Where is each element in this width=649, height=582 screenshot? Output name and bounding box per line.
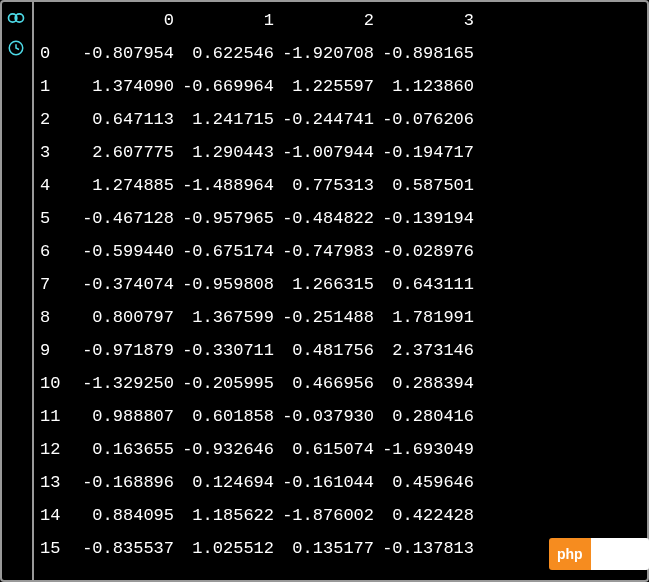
- table-row: 10-1.329250-0.205995 0.466956 0.288394: [40, 367, 645, 400]
- cell-value: -0.835537: [74, 532, 174, 565]
- cell-value: 0.884095: [74, 499, 174, 532]
- cell-value: 2.607775: [74, 136, 174, 169]
- dataframe-output: . 0 1 2 3 0-0.807954 0.622546-1.920708-0…: [40, 4, 645, 578]
- cell-value: 0.466956: [274, 367, 374, 400]
- watermark-label: php: [549, 538, 591, 570]
- cell-value: 1.274885: [74, 169, 174, 202]
- row-index: 0: [40, 37, 74, 70]
- table-row: 3 2.607775 1.290443-1.007944-0.194717: [40, 136, 645, 169]
- cell-value: 0.459646: [374, 466, 474, 499]
- table-row: 12 0.163655-0.932646 0.615074-1.693049: [40, 433, 645, 466]
- cell-value: 1.374090: [74, 70, 174, 103]
- table-row: 4 1.274885-1.488964 0.775313 0.587501: [40, 169, 645, 202]
- table-row: 9-0.971879-0.330711 0.481756 2.373146: [40, 334, 645, 367]
- row-index: 7: [40, 268, 74, 301]
- cell-value: -0.244741: [274, 103, 374, 136]
- cell-value: 0.587501: [374, 169, 474, 202]
- php-watermark: php: [549, 538, 649, 570]
- cell-value: 0.280416: [374, 400, 474, 433]
- cell-value: 1.290443: [174, 136, 274, 169]
- cell-value: 0.163655: [74, 433, 174, 466]
- cell-value: -0.971879: [74, 334, 174, 367]
- cell-value: -0.139194: [374, 202, 474, 235]
- cell-value: 1.266315: [274, 268, 374, 301]
- table-row: 0-0.807954 0.622546-1.920708-0.898165: [40, 37, 645, 70]
- column-header: 3: [374, 4, 474, 37]
- cell-value: 1.185622: [174, 499, 274, 532]
- cell-value: 1.781991: [374, 301, 474, 334]
- table-row: 8 0.800797 1.367599-0.251488 1.781991: [40, 301, 645, 334]
- cell-value: 0.422428: [374, 499, 474, 532]
- cell-value: -0.137813: [374, 532, 474, 565]
- row-index: 1: [40, 70, 74, 103]
- cell-value: -0.959808: [174, 268, 274, 301]
- cell-value: -1.693049: [374, 433, 474, 466]
- cell-value: 2.373146: [374, 334, 474, 367]
- cell-value: 1.241715: [174, 103, 274, 136]
- watermark-blank: [591, 538, 649, 570]
- row-index: 3: [40, 136, 74, 169]
- table-row: 2 0.647113 1.241715-0.244741-0.076206: [40, 103, 645, 136]
- table-row: 6-0.599440-0.675174-0.747983-0.028976: [40, 235, 645, 268]
- column-header-row: . 0 1 2 3: [40, 4, 645, 37]
- cell-value: -0.168896: [74, 466, 174, 499]
- row-index: 13: [40, 466, 74, 499]
- cell-value: -0.076206: [374, 103, 474, 136]
- cell-value: -0.599440: [74, 235, 174, 268]
- table-row: 14 0.884095 1.185622-1.876002 0.422428: [40, 499, 645, 532]
- variables-icon[interactable]: [6, 8, 26, 28]
- cell-value: -0.467128: [74, 202, 174, 235]
- row-index: 5: [40, 202, 74, 235]
- cell-value: 0.601858: [174, 400, 274, 433]
- cell-value: -0.675174: [174, 235, 274, 268]
- cell-value: -0.669964: [174, 70, 274, 103]
- history-icon[interactable]: [6, 38, 26, 58]
- cell-value: -0.374074: [74, 268, 174, 301]
- row-index: 2: [40, 103, 74, 136]
- cell-value: 0.643111: [374, 268, 474, 301]
- row-index: 10: [40, 367, 74, 400]
- row-index: 6: [40, 235, 74, 268]
- cell-value: 0.800797: [74, 301, 174, 334]
- column-header: 1: [174, 4, 274, 37]
- cell-value: 0.615074: [274, 433, 374, 466]
- cell-value: 1.025512: [174, 532, 274, 565]
- cell-value: 1.367599: [174, 301, 274, 334]
- cell-value: -0.957965: [174, 202, 274, 235]
- table-row: 13-0.168896 0.124694-0.161044 0.459646: [40, 466, 645, 499]
- cell-value: -0.205995: [174, 367, 274, 400]
- row-index: 15: [40, 532, 74, 565]
- cell-value: 0.481756: [274, 334, 374, 367]
- cell-value: -1.876002: [274, 499, 374, 532]
- cell-value: 0.988807: [74, 400, 174, 433]
- row-index: 11: [40, 400, 74, 433]
- cell-value: -0.028976: [374, 235, 474, 268]
- cell-value: -0.251488: [274, 301, 374, 334]
- cell-value: 0.135177: [274, 532, 374, 565]
- cell-value: 0.775313: [274, 169, 374, 202]
- cell-value: -0.747983: [274, 235, 374, 268]
- table-row: 5-0.467128-0.957965-0.484822-0.139194: [40, 202, 645, 235]
- row-index: 14: [40, 499, 74, 532]
- table-row: 1 1.374090-0.669964 1.225597 1.123860: [40, 70, 645, 103]
- sidebar: [0, 0, 34, 582]
- row-index: 12: [40, 433, 74, 466]
- cell-value: -0.898165: [374, 37, 474, 70]
- cell-value: 0.647113: [74, 103, 174, 136]
- cell-value: -0.194717: [374, 136, 474, 169]
- cell-value: 1.225597: [274, 70, 374, 103]
- cell-value: -0.037930: [274, 400, 374, 433]
- row-index: 4: [40, 169, 74, 202]
- cell-value: -0.484822: [274, 202, 374, 235]
- cell-value: -1.007944: [274, 136, 374, 169]
- table-row: 7-0.374074-0.959808 1.266315 0.643111: [40, 268, 645, 301]
- cell-value: 0.288394: [374, 367, 474, 400]
- cell-value: 0.124694: [174, 466, 274, 499]
- row-index: 9: [40, 334, 74, 367]
- cell-value: -1.329250: [74, 367, 174, 400]
- cell-value: 1.123860: [374, 70, 474, 103]
- column-header: 0: [74, 4, 174, 37]
- cell-value: -0.932646: [174, 433, 274, 466]
- row-index: 8: [40, 301, 74, 334]
- table-row: 11 0.988807 0.601858-0.037930 0.280416: [40, 400, 645, 433]
